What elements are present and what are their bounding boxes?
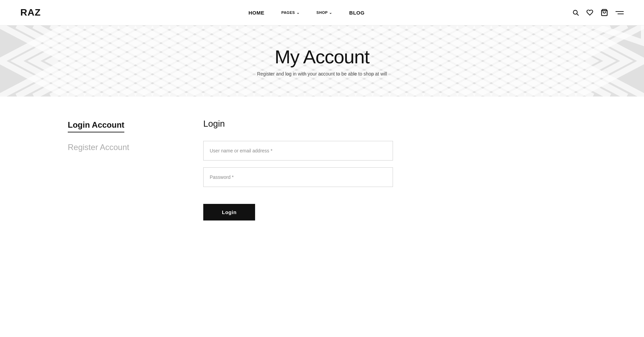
page-subtitle: Register and log in with your account to… xyxy=(257,71,387,77)
nav-home[interactable]: HOME xyxy=(248,10,264,16)
account-sidebar: Login Account Register Account xyxy=(68,117,176,279)
shop-chevron-icon: ⌄ xyxy=(329,10,332,15)
username-input[interactable] xyxy=(203,141,393,161)
password-input[interactable] xyxy=(203,167,393,187)
nav-shop[interactable]: SHOP ⌄ xyxy=(316,10,332,15)
sidebar-item-register[interactable]: Register Account xyxy=(68,143,176,152)
nav-blog[interactable]: BLOG xyxy=(349,10,365,16)
pages-chevron-icon: ⌄ xyxy=(296,10,300,15)
page-title: My Account xyxy=(257,46,387,68)
header-icons xyxy=(572,9,624,16)
main-nav: HOME PAGES ⌄ SHOP ⌄ BLOG xyxy=(248,10,365,16)
wishlist-icon[interactable] xyxy=(586,9,593,16)
cart-icon[interactable] xyxy=(601,9,608,16)
main-content: Login Account Register Account Login Log… xyxy=(0,97,644,300)
form-title: Login xyxy=(203,119,576,129)
hero-content: My Account Register and log in with your… xyxy=(257,46,387,77)
svg-line-1 xyxy=(577,14,579,16)
search-icon[interactable] xyxy=(572,9,579,16)
sidebar-item-login[interactable]: Login Account xyxy=(68,120,124,132)
login-button[interactable]: Login xyxy=(203,204,255,220)
hero-banner: My Account Register and log in with your… xyxy=(0,25,644,97)
nav-pages[interactable]: PAGES ⌄ xyxy=(281,10,299,15)
username-field-container xyxy=(203,141,576,161)
password-field-container xyxy=(203,167,576,187)
logo[interactable]: RAZ xyxy=(20,7,41,18)
menu-icon[interactable] xyxy=(616,11,624,14)
header: RAZ HOME PAGES ⌄ SHOP ⌄ BLOG xyxy=(0,0,644,25)
login-form-area: Login Login xyxy=(203,117,576,279)
